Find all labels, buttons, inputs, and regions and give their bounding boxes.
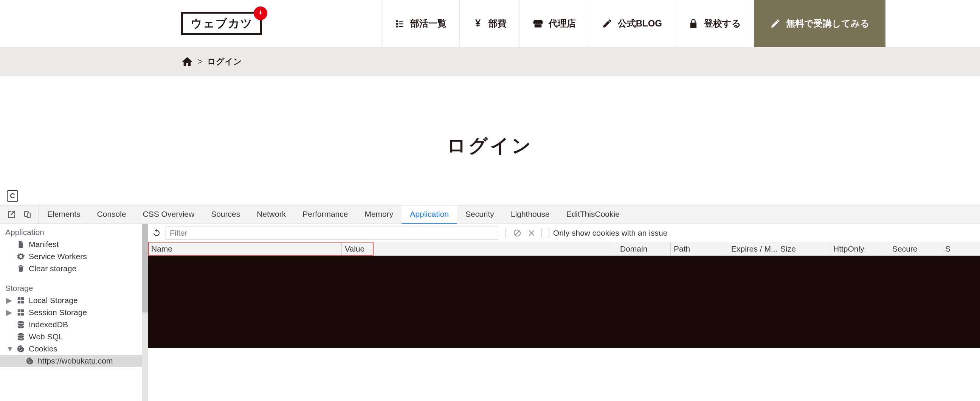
site-header: ウェブカツ 部活一覧 部費 代理店 公式BLOG <box>0 0 980 47</box>
th-samesite[interactable]: S <box>942 242 980 256</box>
database-icon <box>17 320 25 329</box>
th-value[interactable]: Value <box>342 242 617 256</box>
devtools-tabbar: Elements Console CSS Overview Sources Ne… <box>0 205 980 224</box>
devtools: Elements Console CSS Overview Sources Ne… <box>0 205 980 401</box>
breadcrumb: > ログイン <box>0 47 980 77</box>
cookies-data-area[interactable] <box>148 256 980 348</box>
refresh-icon[interactable] <box>152 228 161 238</box>
tab-editthiscookie[interactable]: EditThisCookie <box>558 205 628 224</box>
shop-icon <box>533 18 543 29</box>
filter-input[interactable] <box>165 227 498 240</box>
logo-text: ウェブカツ <box>191 16 253 31</box>
th-httponly[interactable]: HttpOnly <box>830 242 889 256</box>
chevron-right-icon: ▶ <box>6 308 11 317</box>
sidebar-section-application: Application <box>0 224 142 238</box>
trash-icon <box>17 264 25 273</box>
th-name[interactable]: Name <box>148 242 342 256</box>
tab-sources[interactable]: Sources <box>203 205 248 224</box>
sidebar-scrollbar[interactable] <box>142 224 148 401</box>
grid-icon <box>17 308 25 316</box>
chevron-down-icon: ▼ <box>6 344 11 353</box>
breadcrumb-sep: > <box>198 57 203 67</box>
extension-icon[interactable]: C <box>7 190 18 201</box>
th-path[interactable]: Path <box>671 242 728 256</box>
sidebar-item-websql[interactable]: Web SQL <box>0 331 142 343</box>
sidebar-item-manifest[interactable]: Manifest <box>0 238 142 251</box>
tab-elements[interactable]: Elements <box>39 205 89 224</box>
sidebar-item-cookie-site[interactable]: https://webukatu.com <box>0 355 142 367</box>
home-icon[interactable] <box>181 56 193 68</box>
pencil-icon <box>770 18 781 29</box>
clear-icon[interactable] <box>512 228 522 238</box>
file-icon <box>17 240 25 249</box>
tab-application[interactable]: Application <box>401 205 457 224</box>
site-logo[interactable]: ウェブカツ <box>181 12 262 35</box>
th-expires[interactable]: Expires / M... <box>728 242 777 256</box>
th-size[interactable]: Size <box>777 242 830 256</box>
tab-memory[interactable]: Memory <box>356 205 401 224</box>
chevron-right-icon: ▶ <box>6 296 11 305</box>
sidebar-section-storage: Storage <box>0 280 142 294</box>
nav-blog[interactable]: 公式BLOG <box>589 0 675 47</box>
cookie-icon <box>17 345 25 353</box>
tab-network[interactable]: Network <box>248 205 294 224</box>
svg-line-1 <box>515 231 520 235</box>
th-secure[interactable]: Secure <box>889 242 942 256</box>
tab-console[interactable]: Console <box>89 205 135 224</box>
nav-fees[interactable]: 部費 <box>460 0 520 47</box>
main-nav: 部活一覧 部費 代理店 公式BLOG 登校する 無料で受講してみる <box>381 0 980 47</box>
only-issues-checkbox[interactable]: Only show cookies with an issue <box>541 228 667 238</box>
nav-agency[interactable]: 代理店 <box>520 0 589 47</box>
list-icon <box>395 18 405 29</box>
device-icon[interactable] <box>23 210 32 219</box>
devtools-main: Only show cookies with an issue Name Val… <box>148 224 980 401</box>
pen-icon <box>602 18 612 29</box>
sidebar-item-cookies[interactable]: ▼ Cookies <box>0 343 142 355</box>
cookies-details-pane <box>148 348 980 401</box>
tab-lighthouse[interactable]: Lighthouse <box>503 205 558 224</box>
cookies-toolbar: Only show cookies with an issue <box>148 224 980 242</box>
nav-club-list[interactable]: 部活一覧 <box>381 0 460 47</box>
website-page: ウェブカツ 部活一覧 部費 代理店 公式BLOG <box>0 0 980 187</box>
breadcrumb-current: ログイン <box>207 56 242 67</box>
tab-css-overview[interactable]: CSS Overview <box>135 205 203 224</box>
close-icon[interactable] <box>527 228 536 238</box>
grid-icon <box>17 296 25 305</box>
nav-login[interactable]: 登校する <box>675 0 754 47</box>
database-icon <box>17 332 25 341</box>
cookie-icon <box>26 357 34 365</box>
tab-security[interactable]: Security <box>457 205 503 224</box>
nav-cta-free-trial[interactable]: 無料で受講してみる <box>754 0 886 47</box>
cookies-table-header: Name Value Domain Path Expires / M... Si… <box>148 242 980 256</box>
sidebar-item-indexeddb[interactable]: IndexedDB <box>0 318 142 331</box>
th-domain[interactable]: Domain <box>617 242 671 256</box>
inspect-icon[interactable] <box>7 210 16 219</box>
logo-badge-icon <box>254 6 267 20</box>
sidebar-item-service-workers[interactable]: Service Workers <box>0 251 142 262</box>
sidebar-item-local-storage[interactable]: ▶ Local Storage <box>0 294 142 307</box>
lock-icon <box>688 18 699 29</box>
tab-performance[interactable]: Performance <box>294 205 356 224</box>
yen-icon <box>473 18 483 29</box>
sidebar-item-clear-storage[interactable]: Clear storage <box>0 262 142 275</box>
sidebar-item-session-storage[interactable]: ▶ Session Storage <box>0 307 142 318</box>
page-title: ログイン <box>0 133 980 158</box>
devtools-sidebar: Application Manifest Service Workers Cle… <box>0 224 142 401</box>
gear-icon <box>17 252 25 260</box>
